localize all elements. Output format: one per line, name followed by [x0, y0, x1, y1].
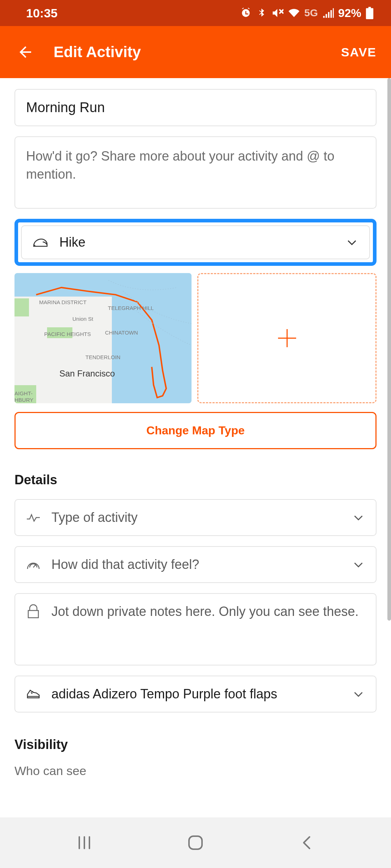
scrollbar[interactable]: [387, 78, 391, 621]
map-label: MARINA DISTRICT: [39, 299, 87, 305]
private-notes-field[interactable]: Jot down private notes here. Only you ca…: [14, 593, 377, 665]
activity-type-highlight: Hike: [14, 219, 377, 266]
perceived-exertion-label: How did that activity feel?: [51, 557, 341, 572]
type-of-activity-selector[interactable]: Type of activity: [14, 499, 377, 536]
status-bar: 10:35 5G 92%: [0, 0, 391, 26]
plus-icon: [276, 327, 298, 349]
description-placeholder: How'd it go? Share more about your activ…: [26, 147, 365, 184]
hike-icon: [33, 235, 49, 249]
activity-title-input[interactable]: [26, 100, 365, 115]
home-button[interactable]: [181, 832, 210, 854]
page-title: Edit Activity: [54, 43, 341, 61]
chevron-down-icon: [352, 558, 365, 571]
battery-percent: 92%: [338, 7, 361, 20]
type-of-activity-label: Type of activity: [51, 510, 341, 525]
arrow-left-icon: [17, 43, 34, 61]
activity-type-label: Hike: [59, 235, 335, 250]
signal-icon: [322, 8, 334, 18]
media-row: MARINA DISTRICT TELEGRAPH HILL Union St …: [14, 273, 377, 403]
svg-rect-5: [189, 836, 202, 849]
app-bar: Edit Activity SAVE: [0, 26, 391, 78]
gauge-icon: [26, 557, 41, 572]
back-nav-button[interactable]: [292, 832, 321, 854]
map-label: HBURY: [14, 397, 33, 403]
chevron-down-icon: [352, 688, 365, 701]
recent-icon: [76, 835, 92, 850]
status-icons: 5G 92%: [240, 7, 374, 20]
shoe-icon: [26, 687, 41, 701]
status-time: 10:35: [26, 6, 58, 20]
chevron-down-icon: [345, 236, 358, 249]
alarm-icon: [240, 7, 252, 19]
map-label: TENDERLOIN: [85, 354, 121, 360]
battery-icon: [366, 7, 374, 19]
network-label: 5G: [304, 7, 318, 19]
activity-title-field[interactable]: [14, 89, 377, 126]
chevron-down-icon: [352, 511, 365, 524]
gear-selector[interactable]: adidas Adizero Tempo Purple foot flaps: [14, 676, 377, 712]
map-preview[interactable]: MARINA DISTRICT TELEGRAPH HILL Union St …: [14, 273, 192, 403]
content-scroll[interactable]: How'd it go? Share more about your activ…: [0, 78, 391, 817]
add-media-button[interactable]: [197, 273, 377, 403]
perceived-exertion-selector[interactable]: How did that activity feel?: [14, 546, 377, 583]
wifi-icon: [288, 8, 300, 18]
details-header: Details: [14, 472, 377, 488]
visibility-header: Visibility: [14, 737, 377, 752]
back-nav-icon: [301, 835, 312, 851]
map-label: PACIFIC HEIGHTS: [44, 331, 91, 337]
private-notes-placeholder: Jot down private notes here. Only you ca…: [51, 604, 365, 619]
activity-type-selector[interactable]: Hike: [21, 225, 370, 259]
visibility-subtitle: Who can see: [14, 764, 377, 778]
lock-icon: [26, 604, 41, 618]
route-line-icon: [14, 273, 192, 403]
map-label: TELEGRAPH HILL: [108, 305, 154, 311]
map-city-label: San Francisco: [59, 369, 115, 379]
change-map-type-button[interactable]: Change Map Type: [14, 412, 377, 449]
map-label: AIGHT-: [14, 390, 33, 396]
gear-label: adidas Adizero Tempo Purple foot flaps: [51, 686, 341, 702]
system-nav-bar: [0, 817, 391, 868]
mute-icon: [271, 7, 283, 19]
save-button[interactable]: SAVE: [341, 45, 377, 59]
activity-description-field[interactable]: How'd it go? Share more about your activ…: [14, 136, 377, 209]
activity-wave-icon: [26, 510, 41, 525]
map-label: CHINATOWN: [105, 329, 138, 336]
bluetooth-icon: [256, 7, 267, 19]
back-button[interactable]: [14, 41, 36, 63]
recent-apps-button[interactable]: [70, 832, 99, 854]
home-icon: [187, 834, 204, 851]
map-label: Union St: [72, 316, 93, 322]
